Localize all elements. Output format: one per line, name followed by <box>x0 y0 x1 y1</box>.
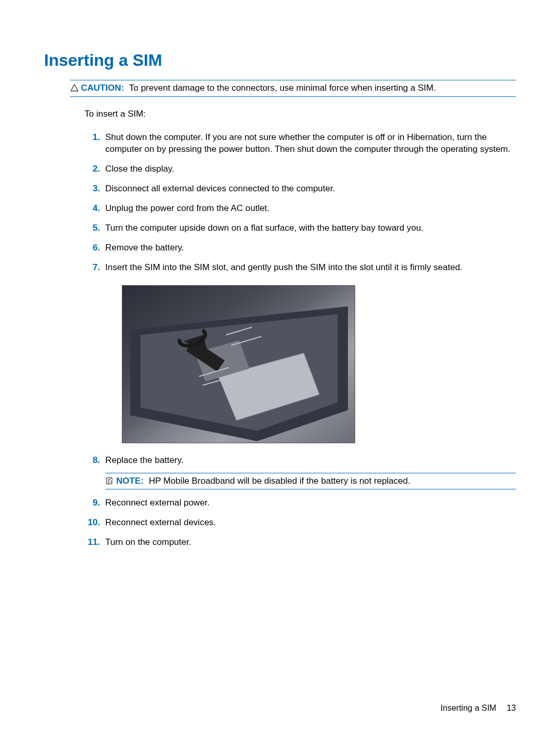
step-item: 3Disconnect all external devices connect… <box>85 183 516 195</box>
note-label: NOTE: <box>116 476 144 486</box>
steps-list: 1Shut down the computer. If you are not … <box>85 132 516 274</box>
caution-label: CAUTION: <box>81 83 124 93</box>
step-item: 7Insert the SIM into the SIM slot, and g… <box>85 262 516 274</box>
step-item: 1Shut down the computer. If you are not … <box>85 132 516 156</box>
step-item: 10Reconnect external devices. <box>85 517 516 529</box>
note-box: NOTE:HP Mobile Broadband will be disable… <box>105 473 516 490</box>
note-text: HP Mobile Broadband will be disabled if … <box>149 476 410 486</box>
step-item: 4Unplug the power cord from the AC outle… <box>85 203 516 215</box>
step-item: 9Reconnect external power. <box>85 497 516 509</box>
footer-section: Inserting a SIM <box>441 704 497 712</box>
step-item: 5Turn the computer upside down on a flat… <box>85 222 516 234</box>
intro-text: To insert a SIM: <box>85 108 516 120</box>
steps-list-continued: 8 Replace the battery. NOTE:HP Mobile Br… <box>85 455 516 549</box>
note-icon <box>105 475 116 485</box>
page-title: Inserting a SIM <box>44 49 516 72</box>
caution-text: To prevent damage to the connectors, use… <box>129 83 436 93</box>
step-item: 11Turn on the computer. <box>85 537 516 549</box>
step-item: 6Remove the battery. <box>85 242 516 254</box>
step-item: 8 Replace the battery. NOTE:HP Mobile Br… <box>85 455 516 490</box>
page-footer: Inserting a SIM13 <box>441 702 516 714</box>
footer-page-number: 13 <box>507 704 516 712</box>
sim-insert-illustration <box>122 285 355 443</box>
caution-icon <box>70 82 81 92</box>
step-item: 2Close the display. <box>85 163 516 175</box>
caution-box: CAUTION:To prevent damage to the connect… <box>70 80 516 97</box>
